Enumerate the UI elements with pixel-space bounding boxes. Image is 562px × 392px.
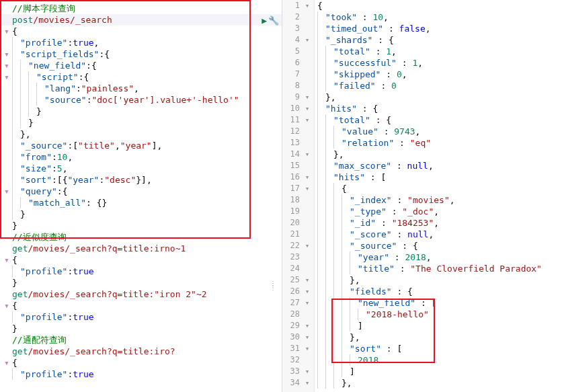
line-number: 13 [282,137,303,149]
response-line: 2018 [315,354,562,366]
request-line[interactable]: "profile":true, [0,37,282,48]
request-line[interactable]: ▾"script_fields":{ [0,48,282,60]
request-line[interactable]: "lang":"painless", [0,83,282,94]
request-line[interactable]: "profile":true [0,311,282,323]
fold-toggle[interactable]: ▾ [303,0,312,11]
fold-toggle [303,160,312,171]
request-line[interactable]: } [0,208,282,220]
line-number: 22 [282,240,303,251]
fold-toggle[interactable]: ▾ [303,34,312,46]
response-line: }, [315,149,562,160]
http-method: post [12,14,33,26]
request-editor[interactable]: //脚本字段查询post /movies/_search▶🔧▾{"profile… [0,0,282,383]
request-line[interactable]: "size":5, [0,163,282,174]
request-line[interactable]: } [0,323,282,334]
fold-toggle [303,354,312,366]
request-line[interactable]: "source":"doc['year'].value+'-hello'" [0,94,282,106]
request-line[interactable]: //脚本字段查询 [0,3,282,14]
request-line[interactable]: ▾"script":{ [0,71,282,83]
fold-toggle [303,263,312,274]
request-line[interactable]: } [0,220,282,231]
request-line[interactable]: get /movies/_search?q=title:irno~1 [0,243,282,254]
fold-toggle[interactable]: ▾ [303,183,312,194]
response-line: "took" : 10, [315,11,562,23]
request-line[interactable]: } [0,106,282,117]
request-line[interactable]: ▾"query":{ [0,186,282,197]
fold-toggle[interactable]: ▾ [303,377,312,389]
line-number: 31 [282,343,303,354]
line-number: 12 [282,126,303,137]
fold-toggle[interactable]: ▾ [303,286,312,297]
request-line[interactable]: } [0,117,282,128]
request-line[interactable]: "match_all": {} [0,197,282,208]
fold-toggle[interactable]: ▾ [303,91,312,103]
request-line[interactable]: "profile":true [0,368,282,380]
fold-marker: ▾ [4,357,12,368]
fold-toggle[interactable]: ▾ [303,366,312,377]
comment-text: //通配符查询 [12,334,67,346]
fold-toggle[interactable]: ▾ [303,103,312,114]
fold-marker: ▾ [4,26,12,37]
run-icon[interactable]: ▶ [262,15,267,26]
fold-toggle[interactable]: ▾ [303,343,312,354]
line-number: 15 [282,160,303,171]
response-line: ] [315,366,562,377]
fold-toggle[interactable]: ▾ [303,240,312,251]
response-line: "total" : 1, [315,46,562,57]
response-line: "_shards" : { [315,34,562,46]
line-number: 21 [282,229,303,240]
panel-resize-handle[interactable]: ⋮⋮⋮ [270,282,276,288]
line-number: 10 [282,103,303,114]
http-method: get [12,288,28,300]
line-number: 20 [282,217,303,229]
request-line[interactable]: "_source":["title","year"], [0,140,282,151]
request-line[interactable]: ▾"new_field":{ [0,60,282,71]
fold-toggle[interactable]: ▾ [303,297,312,309]
line-number: 33 [282,366,303,377]
request-line[interactable]: get /movies/_search?q=title:"iron 2"~2 [0,288,282,300]
request-line[interactable]: post /movies/_search▶🔧 [0,14,282,26]
fold-toggle[interactable]: ▾ [303,274,312,286]
fold-toggle[interactable]: ▾ [303,114,312,126]
wrench-icon[interactable]: 🔧 [268,15,279,26]
http-path: /movies/_search?q=title:irno~1 [28,243,186,254]
line-number: 16 [282,171,303,183]
fold-toggle [303,23,312,34]
request-line[interactable]: } [0,277,282,288]
request-line[interactable]: "sort":[{"year":"desc"}], [0,174,282,186]
line-number: 14 [282,149,303,160]
request-line[interactable]: "from":10, [0,151,282,163]
http-path: /movies/_search [33,14,112,26]
fold-toggle [303,126,312,137]
line-number: 30 [282,331,303,343]
response-line: "hits" : { [315,103,562,114]
response-line: "_type" : "_doc", [315,206,562,217]
response-line: "new_field" : [ [315,297,562,309]
line-number: 9 [282,91,303,103]
response-line: "timed_out" : false, [315,23,562,34]
fold-toggle [303,46,312,57]
request-line[interactable]: }, [0,128,282,140]
comment-text: //脚本字段查询 [12,3,75,14]
response-line: "2018-hello" [315,309,562,320]
fold-toggle[interactable]: ▾ [303,171,312,183]
line-number: 1 [282,0,303,11]
request-line[interactable]: ▾{ [0,357,282,368]
response-panel: 1▾234▾56789▾10▾11▾121314▾1516▾17▾1819202… [282,0,562,392]
request-line[interactable]: ▾{ [0,300,282,311]
response-viewer[interactable]: {"took" : 10,"timed_out" : false,"_shard… [315,0,562,392]
response-line: "max_score" : null, [315,160,562,171]
fold-toggle[interactable]: ▾ [303,320,312,331]
line-number: 17 [282,183,303,194]
fold-toggle[interactable]: ▾ [303,149,312,160]
http-path: /movies/_search?q=title:iro? [28,346,175,357]
request-line[interactable]: get /movies/_search?q=title:iro? [0,346,282,357]
request-line[interactable]: "profile":true [0,266,282,277]
response-line: "_index" : "movies", [315,194,562,206]
fold-toggle [303,217,312,229]
request-line[interactable]: ▾{ [0,254,282,266]
request-line[interactable]: //近似度查询 [0,231,282,243]
request-line[interactable]: //通配符查询 [0,334,282,346]
request-line[interactable]: ▾{ [0,26,282,37]
fold-toggle[interactable]: ▾ [303,331,312,343]
